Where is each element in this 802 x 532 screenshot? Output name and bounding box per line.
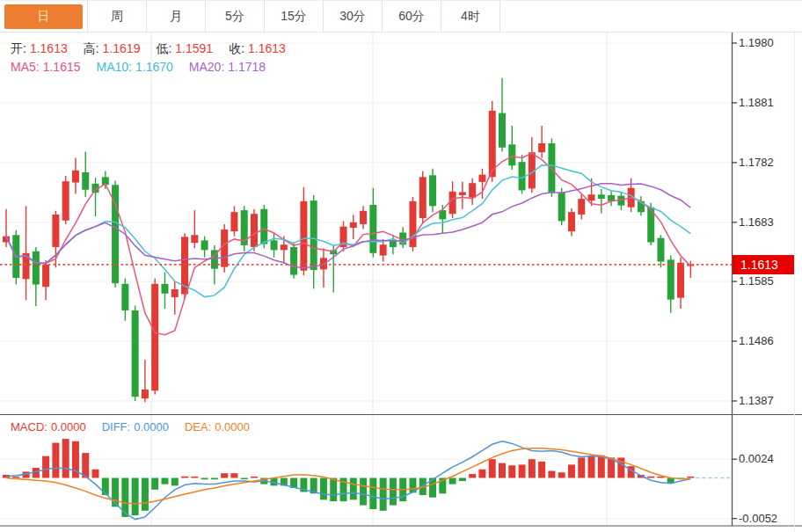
candle-body: [469, 183, 476, 197]
macd-hist-bar: [82, 453, 89, 477]
macd-hist-bar: [529, 459, 536, 477]
tab-30分[interactable]: 30分: [324, 1, 383, 32]
candle-body: [191, 235, 198, 243]
price-axis-label: 1.1980: [739, 36, 774, 49]
legend-item: 收:1.1613: [229, 41, 289, 55]
current-price-tag: 1.1613: [733, 255, 794, 274]
macd-hist-bar: [102, 478, 109, 496]
candle-body: [33, 251, 40, 285]
macd-hist-bar: [390, 478, 397, 506]
legend-item: DIFF:0.0000: [102, 420, 172, 434]
tab-5分[interactable]: 5分: [206, 1, 265, 32]
macd-hist-bar: [211, 478, 218, 480]
macd-hist-bar: [687, 477, 694, 478]
candle-body: [72, 171, 79, 183]
ohlc-legend: 开:1.1613高:1.1619低:1.1591收:1.1613: [11, 41, 302, 57]
candle-body: [171, 289, 179, 297]
candle-body: [499, 113, 506, 148]
candle-body: [121, 284, 128, 310]
candle-body: [300, 201, 307, 271]
macd-hist-bar: [151, 478, 158, 490]
ma-legend: MA5:1.1615MA10:1.1670MA20:1.1718: [11, 60, 281, 74]
macd-hist-bar: [499, 463, 506, 478]
macd-hist-bar: [251, 477, 258, 478]
legend-item: 高:1.1619: [84, 41, 144, 55]
candle-body: [429, 175, 436, 206]
price-axis-label: 1.1782: [739, 156, 774, 169]
candle-body: [478, 175, 485, 182]
tab-15分[interactable]: 15分: [265, 1, 324, 32]
chart-canvas[interactable]: [0, 1, 802, 532]
macd-hist-bar: [459, 478, 466, 482]
legend-item: MA20:1.1718: [189, 60, 269, 74]
macd-hist-bar: [241, 478, 248, 480]
macd-hist-bar: [360, 478, 367, 506]
timeframe-tabbar: 日周月5分15分30分60分4时: [0, 1, 802, 33]
macd-hist-bar: [320, 478, 327, 500]
candle-body: [230, 212, 237, 231]
candle-body: [161, 284, 168, 294]
candle-body: [290, 247, 297, 275]
candle-body: [538, 143, 545, 152]
macd-hist-bar: [519, 464, 526, 477]
macd-hist-bar: [538, 462, 545, 478]
macd-hist-bar: [588, 456, 595, 478]
macd-hist-bar: [171, 478, 179, 486]
macd-hist-bar: [598, 455, 605, 478]
macd-hist-bar: [489, 459, 496, 477]
price-axis-label: 1.1683: [739, 215, 774, 229]
legend-item: 低:1.1591: [156, 41, 216, 55]
macd-hist-bar: [508, 465, 515, 477]
candle-body: [82, 172, 89, 190]
macd-hist-bar: [350, 478, 357, 500]
legend-item: MA5:1.1615: [11, 60, 84, 74]
macd-hist-bar: [12, 477, 19, 478]
macd-hist-bar: [201, 478, 208, 480]
candle-body: [588, 194, 595, 200]
candle-body: [459, 193, 466, 195]
tab-60分[interactable]: 60分: [383, 1, 441, 32]
candle-body: [380, 244, 387, 255]
right-edge-divider: [794, 1, 795, 532]
candle-body: [489, 111, 496, 177]
tab-selected-label[interactable]: 日: [4, 4, 83, 29]
legend-item: 开:1.1613: [11, 41, 71, 55]
tab-4时[interactable]: 4时: [441, 1, 500, 32]
candle-body: [260, 209, 267, 244]
candle-body: [568, 212, 575, 231]
tab-日[interactable]: 日: [0, 1, 88, 32]
macd-hist-bar: [52, 443, 59, 478]
legend-item: DEA:0.0000: [185, 420, 253, 434]
macd-hist-bar: [469, 474, 476, 477]
macd-hist-bar: [221, 473, 228, 477]
macd-hist-bar: [449, 478, 456, 485]
tab-周[interactable]: 周: [88, 1, 147, 32]
macd-legend: MACD:0.0000DIFF:0.0000DEA:0.0000: [11, 420, 266, 434]
macd-hist-bar: [647, 477, 654, 478]
candle-body: [419, 177, 427, 218]
macd-hist-bar: [369, 478, 376, 510]
candle-body: [558, 193, 565, 222]
candle-body: [409, 201, 416, 247]
macd-hist-bar: [181, 477, 188, 478]
price-axis-label: 1.1486: [739, 334, 774, 347]
candle-body: [657, 238, 664, 262]
macd-hist-bar: [380, 478, 387, 511]
tab-月[interactable]: 月: [147, 1, 206, 32]
candle-body: [677, 263, 684, 298]
macd-hist-bar: [191, 477, 198, 478]
macd-hist-bar: [161, 478, 168, 485]
macd-hist-bar: [478, 470, 485, 478]
macd-hist-bar: [330, 478, 337, 502]
candle-body: [360, 211, 367, 224]
candle-body: [42, 265, 49, 287]
macd-hist-bar: [548, 471, 555, 478]
candle-body: [508, 144, 515, 165]
macd-hist-bar: [92, 470, 99, 478]
candle-body: [667, 259, 674, 299]
macd-hist-bar: [42, 456, 49, 478]
macd-hist-bar: [62, 439, 69, 477]
price-axis-label: 1.1387: [739, 394, 774, 407]
trading-chart-app: 日周月5分15分30分60分4时 开:1.1613高:1.1619低:1.159…: [0, 0, 802, 532]
candle-body: [201, 240, 208, 250]
